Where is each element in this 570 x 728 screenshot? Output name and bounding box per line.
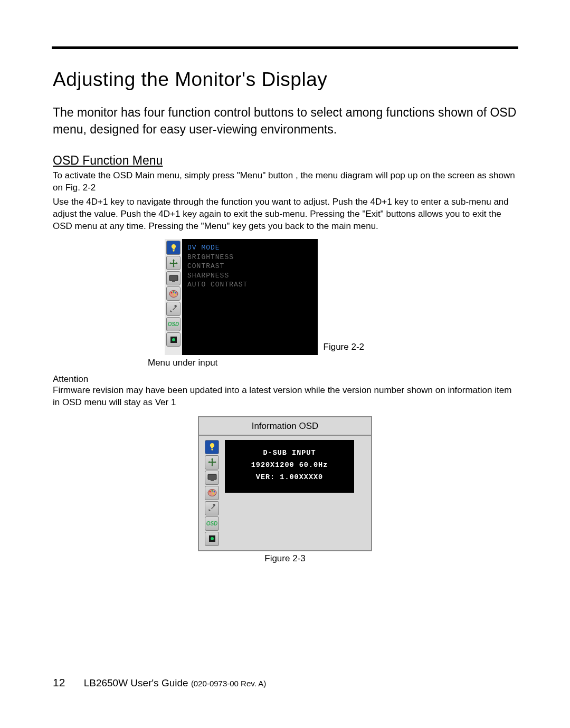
dot-icon [205,532,219,546]
palette-icon [166,286,180,301]
move-icon [205,455,219,470]
information-osd-body: OSD D-SUB INPUT 1920X1200 60.0Hz VER: 1.… [199,436,371,550]
footer-guide-title: LB2650W User's Guide [84,677,188,688]
page-content: Adjusting the Monitor's Display The moni… [53,63,517,564]
svg-point-14 [213,491,215,493]
osd-item: DV MODE [187,243,312,253]
footer-revision: (020-0973-00 Rev. A) [191,679,266,688]
osd-menu-screenshot-1: OSD DV MODE BRIGHTNESS CONTRAST SHARPNES… [165,239,318,355]
tools-icon [166,302,180,316]
attention-text: Firmware revision may have been updated … [53,385,517,409]
svg-rect-0 [169,275,178,281]
svg-rect-1 [172,281,175,282]
osd-item: SHARPNESS [187,271,312,281]
svg-point-17 [211,537,214,540]
information-osd-title: Information OSD [199,417,371,436]
svg-point-5 [175,292,176,293]
osd-item: AUTO CONTRAST [187,280,312,290]
screen-icon [205,471,219,485]
tools-icon [205,501,219,515]
svg-point-12 [209,491,211,493]
information-osd-figure: Information OSD OSD D-SUB INPUT 1920X120… [198,416,372,551]
osd-icon: OSD [205,516,219,531]
osd-item: CONTRAST [187,262,312,271]
move-icon [166,256,180,270]
svg-point-4 [173,291,174,293]
svg-point-3 [170,292,172,293]
svg-rect-10 [211,480,214,481]
svg-point-8 [172,338,175,341]
figure-2-2-area: OSD DV MODE BRIGHTNESS CONTRAST SHARPNES… [53,239,517,371]
osd-item: BRIGHTNESS [187,253,312,262]
svg-point-13 [211,491,213,492]
svg-rect-9 [208,474,216,480]
info-osd-line: D-SUB INPUT [230,447,349,459]
dot-icon [166,332,180,347]
svg-point-15 [212,493,214,495]
info-osd-icon-column: OSD [203,440,221,546]
page-number: 12 [53,676,65,688]
info-osd-padding [221,493,367,545]
bulb-icon [166,241,180,255]
bulb-icon [205,440,219,454]
osd-icon: OSD [166,317,180,331]
info-osd-black-box: D-SUB INPUT 1920X1200 60.0Hz VER: 1.00XX… [225,440,354,493]
attention-label: Attention [53,374,517,385]
intro-paragraph: The monitor has four function control bu… [53,104,517,138]
page-footer: 12 LB2650W User's Guide (020-0973-00 Rev… [53,676,266,689]
menu-under-input-caption: Menu under input [148,358,217,368]
osd-para-1: To activate the OSD Main menu, simply pr… [53,170,517,194]
screen-icon [166,271,180,285]
osd-icon-column: OSD [165,239,182,355]
heading-osd-function: OSD Function Menu [53,154,517,168]
header-rule [52,46,518,49]
heading-adjusting: Adjusting the Monitor's Display [53,69,517,91]
palette-icon [205,486,219,500]
osd-menu-items: DV MODE BRIGHTNESS CONTRAST SHARPNESS AU… [182,239,318,355]
figure-2-3-caption: Figure 2-3 [53,553,517,564]
info-osd-line: 1920X1200 60.0Hz [230,459,349,472]
figure-2-2-caption: Figure 2-2 [324,342,364,352]
info-osd-line: VER: 1.00XXXX0 [230,472,349,484]
svg-point-6 [174,294,175,295]
osd-para-2: Use the 4D+1 key to navigate through the… [53,196,517,233]
